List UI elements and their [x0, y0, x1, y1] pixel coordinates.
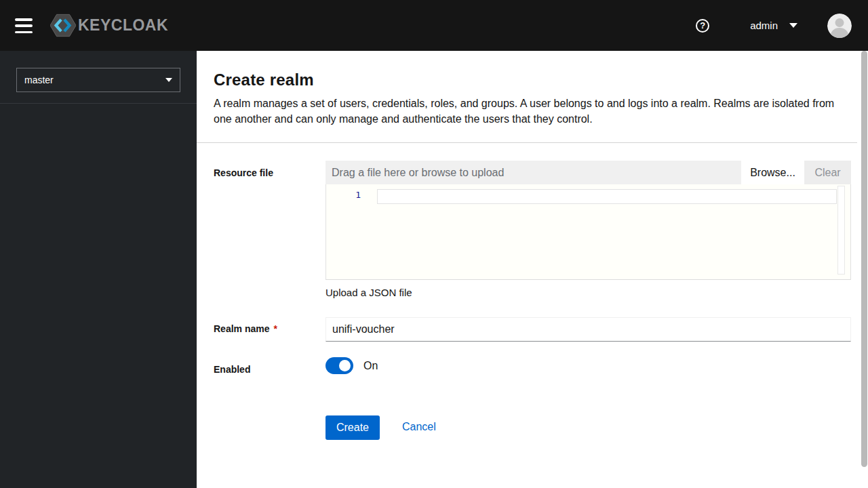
clear-button[interactable]: Clear [804, 161, 851, 184]
main-content: Create realm A realm manages a set of us… [197, 51, 868, 488]
editor-active-line[interactable] [377, 189, 837, 204]
enabled-state-label: On [363, 360, 378, 372]
caret-down-icon [165, 78, 172, 82]
browse-button[interactable]: Browse... [741, 161, 804, 184]
realm-name-label: Realm name* [214, 323, 277, 334]
editor-scrollbar[interactable] [837, 186, 845, 274]
page-description: A realm manages a set of users, credenti… [214, 96, 844, 127]
enabled-toggle[interactable] [326, 357, 353, 374]
help-icon[interactable]: ? [696, 19, 709, 33]
page-scrollbar-thumb[interactable] [861, 51, 867, 467]
sidebar-divider [0, 103, 197, 104]
resource-file-label: Resource file [214, 167, 273, 178]
required-indicator: * [273, 323, 277, 334]
brand-text: KEYCLOAK [78, 16, 168, 35]
editor-line-number: 1 [326, 190, 361, 200]
sidebar: master [0, 51, 197, 488]
section-divider [197, 142, 857, 143]
masthead-right: ? admin [696, 0, 852, 51]
realm-selector-dropdown[interactable]: master [16, 68, 180, 92]
realm-selector-value: master [24, 75, 54, 85]
page-title: Create realm [214, 70, 851, 89]
user-menu-dropdown[interactable]: admin [750, 20, 797, 31]
avatar[interactable] [827, 14, 852, 38]
caret-down-icon [789, 23, 797, 28]
hamburger-bar [15, 24, 33, 27]
hamburger-bar [15, 31, 33, 34]
realm-name-input[interactable] [326, 317, 851, 342]
create-button[interactable]: Create [326, 415, 380, 440]
enabled-label: Enabled [214, 364, 250, 375]
keycloak-admin-console: KEYCLOAK ? admin master [0, 0, 868, 488]
masthead: KEYCLOAK ? admin [0, 0, 868, 51]
file-upload-input[interactable] [326, 161, 741, 184]
keycloak-brand[interactable]: KEYCLOAK [50, 13, 168, 38]
toggle-knob [339, 360, 351, 371]
file-upload-bar: Browse... Clear [326, 161, 851, 184]
page-header: Create realm A realm manages a set of us… [197, 51, 868, 127]
realm-name-label-text: Realm name [214, 323, 269, 334]
upload-helper-text: Upload a JSON file [326, 287, 412, 298]
json-code-editor[interactable]: 1 [326, 184, 851, 280]
user-menu-label: admin [750, 20, 778, 31]
nav-toggle-hamburger-icon[interactable] [15, 18, 34, 33]
cancel-link[interactable]: Cancel [402, 421, 436, 433]
keycloak-logo-icon [50, 13, 76, 38]
hamburger-bar [15, 18, 33, 21]
